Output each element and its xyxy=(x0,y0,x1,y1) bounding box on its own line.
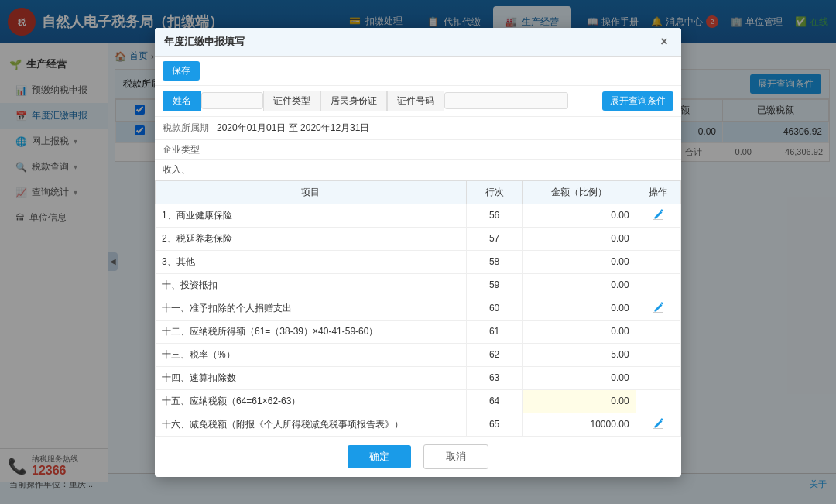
modal-overlay: 年度汇缴申报填写 × 保存 姓名 证件类型 居民身份证 证件号码 展开查询条件 … xyxy=(0,0,836,504)
table-rownum-4: 60 xyxy=(466,297,522,320)
tab-name[interactable]: 姓名 xyxy=(163,91,201,111)
table-rownum-9: 65 xyxy=(466,413,522,436)
table-op-0[interactable] xyxy=(636,204,680,227)
table-op-1 xyxy=(636,227,680,250)
table-rownum-8: 64 xyxy=(466,389,522,413)
table-op-6 xyxy=(636,343,680,366)
table-item-6: 十三、税率（%） xyxy=(156,343,467,366)
col-rownum-header: 行次 xyxy=(466,180,522,204)
table-rownum-2: 58 xyxy=(466,250,522,273)
name-input[interactable] xyxy=(201,92,263,109)
tax-period-label: 税款所属期 xyxy=(163,122,209,135)
cancel-button[interactable]: 取消 xyxy=(423,444,488,469)
table-amount-4: 0.00 xyxy=(522,297,636,320)
modal-close-btn[interactable]: × xyxy=(656,34,672,50)
modal-footer: 确定 取消 xyxy=(155,436,681,477)
enterprise-row: 企业类型 xyxy=(155,140,681,160)
table-op-9[interactable] xyxy=(636,413,680,436)
modal-header: 年度汇缴申报填写 × xyxy=(155,28,681,57)
table-item-0: 1、商业健康保险 xyxy=(156,204,467,227)
col-amount-header: 金额（比例） xyxy=(522,180,636,204)
table-rownum-7: 63 xyxy=(466,366,522,389)
table-amount-2: 0.00 xyxy=(522,250,636,273)
table-rownum-3: 59 xyxy=(466,273,522,297)
tab-idcard[interactable]: 居民身份证 xyxy=(320,91,387,111)
table-amount-6: 5.00 xyxy=(522,343,636,366)
svg-rect-4 xyxy=(653,428,663,429)
table-op-5 xyxy=(636,320,680,343)
modal-toolbar: 保存 xyxy=(155,57,681,86)
table-item-7: 十四、速算扣除数 xyxy=(156,366,467,389)
table-rownum-1: 57 xyxy=(466,227,522,250)
table-rownum-6: 62 xyxy=(466,343,522,366)
modal-title: 年度汇缴申报填写 xyxy=(164,35,245,49)
edit-icon-4[interactable] xyxy=(642,302,674,314)
edit-icon-9[interactable] xyxy=(642,418,674,430)
idnum-input[interactable] xyxy=(444,92,568,109)
tab-idtype[interactable]: 证件类型 xyxy=(263,91,320,111)
table-amount-0: 0.00 xyxy=(522,204,636,227)
modal-dialog: 年度汇缴申报填写 × 保存 姓名 证件类型 居民身份证 证件号码 展开查询条件 … xyxy=(155,28,681,477)
confirm-button[interactable]: 确定 xyxy=(348,445,411,468)
table-amount-7: 0.00 xyxy=(522,366,636,389)
table-rownum-5: 61 xyxy=(466,320,522,343)
table-item-3: 十、投资抵扣 xyxy=(156,273,467,297)
table-amount-8: 0.00 xyxy=(522,389,636,413)
col-op-header: 操作 xyxy=(636,180,680,204)
table-item-2: 3、其他 xyxy=(156,250,467,273)
tax-period-row: 税款所属期 2020年01月01日 至 2020年12月31日 xyxy=(155,117,681,140)
tab-idnum[interactable]: 证件号码 xyxy=(387,91,444,111)
table-op-4[interactable] xyxy=(636,297,680,320)
save-button[interactable]: 保存 xyxy=(163,61,200,81)
table-item-9: 十六、减免税额（附报《个人所得税减免税事项报告表》） xyxy=(156,413,467,436)
table-item-8: 十五、应纳税额（64=61×62-63） xyxy=(156,389,467,413)
table-op-2 xyxy=(636,250,680,273)
table-amount-1: 0.00 xyxy=(522,227,636,250)
table-amount-5: 0.00 xyxy=(522,320,636,343)
table-amount-9: 10000.00 xyxy=(522,413,636,436)
modal-data-table: 项目 行次 金额（比例） 操作 1、商业健康保险560.00 2、税延养老保险5… xyxy=(155,180,681,436)
modal-data-table-container: 项目 行次 金额（比例） 操作 1、商业健康保险560.00 2、税延养老保险5… xyxy=(155,180,681,436)
tax-period-value: 2020年01月01日 至 2020年12月31日 xyxy=(217,122,369,135)
field-filter-row: 姓名 证件类型 居民身份证 证件号码 展开查询条件 xyxy=(155,86,681,117)
modal-expand-query-btn[interactable]: 展开查询条件 xyxy=(602,91,673,111)
income-row: 收入、 xyxy=(155,160,681,180)
table-amount-3: 0.00 xyxy=(522,273,636,297)
table-op-7 xyxy=(636,366,680,389)
svg-rect-3 xyxy=(653,312,663,313)
income-label: 收入、 xyxy=(163,164,190,175)
svg-rect-2 xyxy=(653,219,663,220)
enterprise-label: 企业类型 xyxy=(163,144,200,155)
table-item-4: 十一、准予扣除的个人捐赠支出 xyxy=(156,297,467,320)
table-op-3 xyxy=(636,273,680,297)
field-tabs: 姓名 证件类型 居民身份证 证件号码 xyxy=(163,91,568,111)
table-op-8 xyxy=(636,389,680,413)
col-item-header: 项目 xyxy=(156,180,467,204)
edit-icon-0[interactable] xyxy=(642,209,674,221)
table-rownum-0: 56 xyxy=(466,204,522,227)
table-item-1: 2、税延养老保险 xyxy=(156,227,467,250)
table-item-5: 十二、应纳税所得额（61=（38-39）×40-41-59-60） xyxy=(156,320,467,343)
